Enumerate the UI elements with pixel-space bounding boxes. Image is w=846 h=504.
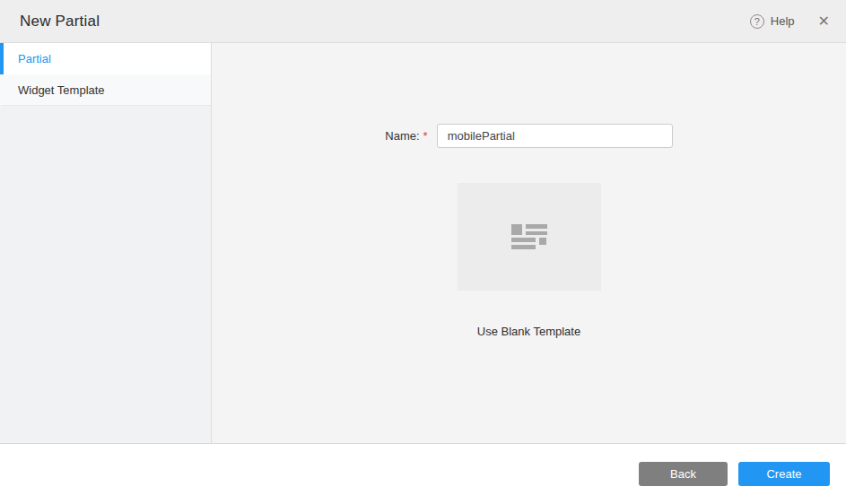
sidebar-item-label: Partial — [18, 52, 51, 65]
help-label: Help — [771, 14, 795, 28]
content-lines-icon — [511, 223, 547, 250]
help-question-icon: ? — [750, 14, 764, 29]
sidebar: Partial Widget Template — [0, 43, 212, 443]
main-content: Name: * Use Blank Template — [212, 43, 846, 443]
sidebar-item-partial[interactable]: Partial — [0, 43, 211, 74]
back-button[interactable]: Back — [639, 462, 728, 486]
header-actions: ? Help ✕ — [750, 14, 830, 29]
dialog-title: New Partial — [20, 13, 100, 30]
sidebar-item-widget-template[interactable]: Widget Template — [0, 74, 211, 106]
dialog-footer: Back Create — [0, 444, 846, 504]
required-marker: * — [423, 129, 428, 143]
close-icon[interactable]: ✕ — [818, 14, 830, 29]
dialog-body: Partial Widget Template Name: * — [0, 43, 846, 444]
create-button[interactable]: Create — [738, 462, 830, 486]
blank-template-caption[interactable]: Use Blank Template — [477, 325, 580, 338]
blank-template-tile[interactable] — [458, 183, 601, 291]
name-input[interactable] — [437, 124, 673, 148]
name-label: Name: — [385, 129, 419, 143]
sidebar-item-label: Widget Template — [18, 83, 105, 97]
dialog-header: New Partial ? Help ✕ — [0, 0, 846, 43]
new-partial-dialog: New Partial ? Help ✕ Partial Widget Temp… — [0, 0, 846, 504]
help-button[interactable]: ? Help — [750, 14, 795, 29]
name-field-row: Name: * — [385, 124, 672, 148]
